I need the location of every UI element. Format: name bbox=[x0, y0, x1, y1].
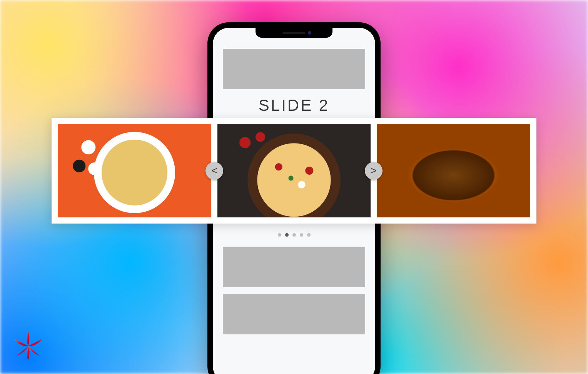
placeholder-block-bottom bbox=[223, 294, 365, 334]
carousel-next-button[interactable]: > bbox=[365, 162, 383, 180]
placeholder-block-top bbox=[223, 49, 365, 89]
carousel-prev-button[interactable]: < bbox=[205, 162, 223, 180]
chevron-left-icon: < bbox=[211, 165, 217, 177]
slide-title: SLIDE 2 bbox=[213, 96, 375, 115]
pizza-image-icon bbox=[217, 124, 371, 217]
carousel: < > bbox=[52, 118, 536, 224]
pizza-image-icon bbox=[58, 124, 211, 217]
chevron-right-icon: > bbox=[371, 165, 376, 177]
pagination-dot-2[interactable] bbox=[285, 233, 289, 237]
pagination-dot-1[interactable] bbox=[278, 233, 281, 237]
brand-asterisk-icon bbox=[12, 329, 45, 362]
pagination-dot-5[interactable] bbox=[307, 233, 311, 237]
placeholder-block-middle bbox=[223, 247, 365, 287]
carousel-card-next[interactable] bbox=[377, 124, 530, 217]
carousel-card-current[interactable] bbox=[217, 124, 371, 217]
pizza-image-icon bbox=[377, 124, 530, 217]
pagination-dot-4[interactable] bbox=[300, 233, 303, 237]
phone-notch bbox=[256, 28, 332, 38]
carousel-card-prev[interactable] bbox=[58, 124, 211, 217]
pagination-dot-3[interactable] bbox=[292, 233, 296, 237]
pagination-dots bbox=[213, 233, 375, 237]
